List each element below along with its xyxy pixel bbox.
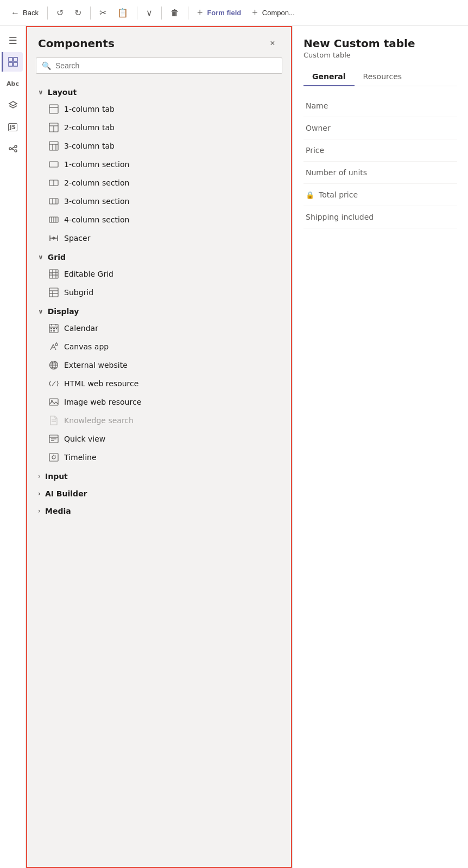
lock-icon: 🔒 <box>306 191 314 199</box>
section-aibuilder-header[interactable]: › AI Builder <box>31 484 287 501</box>
globe-icon <box>49 360 59 370</box>
close-button[interactable]: × <box>265 36 280 51</box>
form-field-label: Form field <box>207 9 241 17</box>
sidebar-connector[interactable] <box>3 139 23 158</box>
chevron-right-input-icon: › <box>38 473 41 480</box>
svg-rect-2 <box>9 62 12 66</box>
plus-icon-1: + <box>197 7 203 18</box>
hamburger-icon: ☰ <box>8 35 17 46</box>
svg-point-6 <box>15 145 17 148</box>
separator-4 <box>161 7 162 20</box>
field-shipping-included: Shipping included <box>303 206 457 228</box>
main-layout: ☰ Abc JS <box>0 26 468 868</box>
item-calendar[interactable]: Calendar <box>31 319 287 337</box>
sidebar-menu-icon[interactable]: ☰ <box>3 30 23 50</box>
search-input[interactable] <box>55 61 276 70</box>
components-panel: Components × 🔍 ∨ Layout 1-column tab <box>26 26 292 868</box>
section-display-header[interactable]: ∨ Display <box>31 302 287 319</box>
sidebar-layers[interactable] <box>3 95 23 115</box>
svg-rect-50 <box>53 330 55 331</box>
timeline-icon <box>49 452 59 462</box>
back-label: Back <box>23 9 39 17</box>
paste-button[interactable]: 📋 <box>113 5 132 20</box>
field-owner: Owner <box>303 117 457 139</box>
shipping-included-label: Shipping included <box>306 213 374 221</box>
form-field-button[interactable]: + Form field <box>193 5 245 21</box>
section-grid-header[interactable]: ∨ Grid <box>31 247 287 265</box>
sidebar-text-field[interactable]: Abc <box>3 74 23 93</box>
image-icon <box>49 397 59 407</box>
item-2-column-tab[interactable]: 2-column tab <box>31 118 287 137</box>
owner-field-label: Owner <box>306 124 331 132</box>
component-list: ∨ Layout 1-column tab 2-column tab 3 <box>27 82 291 529</box>
chevron-down-layout-icon: ∨ <box>38 88 43 96</box>
item-2-column-section[interactable]: 2-column section <box>31 174 287 192</box>
abc-icon: Abc <box>7 80 19 87</box>
item-3-column-section[interactable]: 3-column section <box>31 192 287 210</box>
components-title: Components <box>38 37 115 50</box>
section-layout-header[interactable]: ∨ Layout <box>31 82 287 100</box>
item-html-web-resource[interactable]: HTML web resource <box>31 374 287 393</box>
chevron-down-grid-icon: ∨ <box>38 253 43 261</box>
external-website-label: External website <box>64 361 128 369</box>
svg-rect-15 <box>49 142 58 150</box>
item-4-column-section[interactable]: 4-column section <box>31 210 287 229</box>
layers-icon <box>8 100 18 110</box>
section-aibuilder-label: AI Builder <box>45 489 87 498</box>
item-external-website[interactable]: External website <box>31 356 287 374</box>
back-button[interactable]: ← Back <box>7 6 43 20</box>
cut-button[interactable]: ✂ <box>95 5 111 20</box>
3-column-tab-icon <box>49 141 59 151</box>
svg-rect-10 <box>49 105 58 113</box>
component-button[interactable]: + Compon... <box>248 5 299 21</box>
delete-button[interactable]: 🗑 <box>166 6 184 20</box>
total-price-label: Total price <box>319 190 358 199</box>
section-display-label: Display <box>48 307 79 316</box>
redo-button[interactable]: ↻ <box>70 5 86 20</box>
price-field-label: Price <box>306 146 324 155</box>
image-web-resource-label: Image web resource <box>64 398 141 406</box>
svg-rect-19 <box>49 162 58 167</box>
2-column-section-label: 2-column section <box>64 178 129 187</box>
item-subgrid[interactable]: Subgrid <box>31 283 287 302</box>
svg-rect-1 <box>14 58 17 61</box>
separator-5 <box>188 7 188 20</box>
item-1-column-tab[interactable]: 1-column tab <box>31 100 287 118</box>
tab-resources[interactable]: Resources <box>355 68 411 86</box>
svg-rect-48 <box>53 328 55 329</box>
dropdown-button[interactable]: ∨ <box>142 5 157 20</box>
toolbar: ← Back ↺ ↻ ✂ 📋 ∨ 🗑 + Form field + Compon… <box>0 0 468 26</box>
item-knowledge-search: Knowledge search <box>31 411 287 430</box>
item-timeline[interactable]: Timeline <box>31 448 287 467</box>
3-column-section-label: 3-column section <box>64 197 129 206</box>
item-spacer[interactable]: Spacer <box>31 229 287 247</box>
sidebar-code[interactable]: JS <box>3 117 23 137</box>
item-1-column-section[interactable]: 1-column section <box>31 155 287 174</box>
tab-general[interactable]: General <box>303 68 355 86</box>
item-editable-grid[interactable]: Editable Grid <box>31 265 287 283</box>
svg-line-74 <box>55 456 56 456</box>
svg-marker-4 <box>9 101 17 106</box>
redo-icon: ↻ <box>74 8 81 18</box>
undo-button[interactable]: ↺ <box>52 5 68 20</box>
svg-point-53 <box>55 343 58 346</box>
field-price: Price <box>303 139 457 162</box>
field-name: Name <box>303 95 457 117</box>
svg-marker-32 <box>52 237 56 240</box>
svg-line-9 <box>11 149 15 150</box>
item-quick-view[interactable]: Quick view <box>31 430 287 448</box>
number-of-units-label: Number of units <box>306 168 367 177</box>
timeline-label: Timeline <box>64 453 97 462</box>
item-canvas-app[interactable]: Canvas app <box>31 337 287 356</box>
item-3-column-tab[interactable]: 3-column tab <box>31 137 287 155</box>
3-column-section-icon <box>49 196 59 206</box>
sidebar-grid-view[interactable] <box>2 52 23 72</box>
plus-icon-2: + <box>252 7 258 18</box>
section-media-header[interactable]: › Media <box>31 501 287 519</box>
section-input-header[interactable]: › Input <box>31 467 287 484</box>
search-box[interactable]: 🔍 <box>36 58 282 74</box>
svg-rect-61 <box>49 399 58 405</box>
item-image-web-resource[interactable]: Image web resource <box>31 393 287 411</box>
subgrid-label: Subgrid <box>64 288 93 297</box>
svg-rect-0 <box>9 58 12 61</box>
